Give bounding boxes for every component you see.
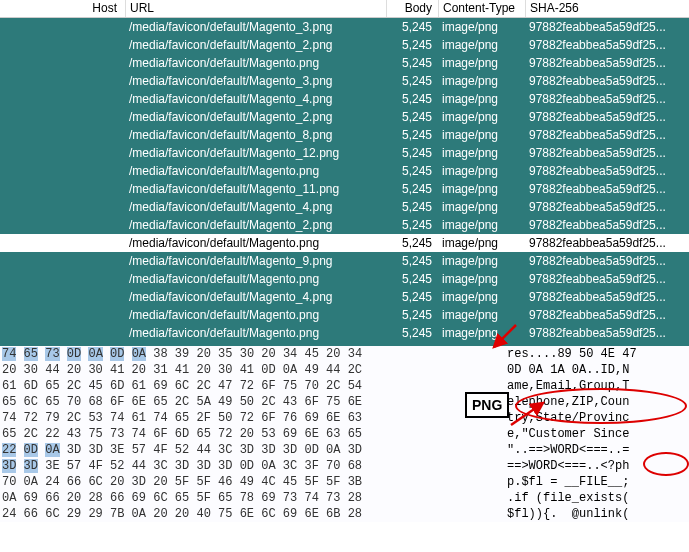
hex-bytes: 0A 69 66 20 28 66 69 6C 65 5F 65 78 69 7…: [0, 490, 503, 506]
cell-url: /media/favicon/default/Magento_8.png: [125, 127, 386, 143]
svg-line-0: [494, 325, 516, 347]
cell-body: 5,245: [386, 307, 438, 323]
cell-sha: 97882feabbea5a59df25...: [525, 199, 689, 215]
cell-url: /media/favicon/default/Magento.png: [125, 55, 386, 71]
cell-sha: 97882feabbea5a59df25...: [525, 181, 689, 197]
cell-body: 5,245: [386, 289, 438, 305]
annotation-oval-2: [643, 452, 689, 476]
cell-body: 5,245: [386, 145, 438, 161]
hex-line: 20 30 44 20 30 41 20 31 41 20 30 41 0D 0…: [0, 362, 689, 378]
hex-line: 24 66 6C 29 29 7B 0A 20 20 40 75 6E 6C 6…: [0, 506, 689, 522]
cell-contenttype: image/png: [438, 127, 525, 143]
cell-sha: 97882feabbea5a59df25...: [525, 55, 689, 71]
cell-host: [0, 152, 125, 154]
hex-line: 3D 3D 3E 57 4F 52 44 3C 3D 3D 3D 0D 0A 3…: [0, 458, 689, 474]
table-header-row: Host URL Body Content-Type SHA-256: [0, 0, 689, 18]
cell-sha: 97882feabbea5a59df25...: [525, 127, 689, 143]
annotation-arrow-2: [509, 399, 549, 429]
cell-url: /media/favicon/default/Magento_3.png: [125, 73, 386, 89]
table-row[interactable]: /media/favicon/default/Magento_3.png5,24…: [0, 72, 689, 90]
table-row[interactable]: /media/favicon/default/Magento_9.png5,24…: [0, 252, 689, 270]
cell-body: 5,245: [386, 91, 438, 107]
hex-bytes: 65 6C 65 70 68 6F 6E 65 2C 5A 49 50 2C 4…: [0, 394, 503, 410]
cell-host: [0, 134, 125, 136]
table-row[interactable]: /media/favicon/default/Magento_2.png5,24…: [0, 108, 689, 126]
hex-viewer[interactable]: 74 65 73 0D 0A 0D 0A 38 39 20 35 30 20 3…: [0, 346, 689, 522]
cell-host: [0, 206, 125, 208]
hex-ascii: $fl)){. @unlink(: [503, 506, 629, 522]
hex-ascii: .if (file_exists(: [503, 490, 629, 506]
cell-contenttype: image/png: [438, 253, 525, 269]
cell-contenttype: image/png: [438, 37, 525, 53]
cell-sha: 97882feabbea5a59df25...: [525, 307, 689, 323]
hex-bytes: 22 0D 0A 3D 3D 3E 57 4F 52 44 3C 3D 3D 3…: [0, 442, 503, 458]
table-row[interactable]: /media/favicon/default/Magento_8.png5,24…: [0, 126, 689, 144]
header-contenttype[interactable]: Content-Type: [438, 0, 525, 17]
table-row[interactable]: /media/favicon/default/Magento.png5,245i…: [0, 324, 689, 342]
cell-body: 5,245: [386, 55, 438, 71]
table-row[interactable]: /media/favicon/default/Magento_2.png5,24…: [0, 216, 689, 234]
hex-bytes: 61 6D 65 2C 45 6D 61 69 6C 2C 47 72 6F 7…: [0, 378, 503, 394]
cell-sha: 97882feabbea5a59df25...: [525, 163, 689, 179]
table-row[interactable]: /media/favicon/default/Magento_11.png5,2…: [0, 180, 689, 198]
hex-bytes: 3D 3D 3E 57 4F 52 44 3C 3D 3D 3D 0D 0A 3…: [0, 458, 503, 474]
hex-line: 70 0A 24 66 6C 20 3D 20 5F 5F 46 49 4C 4…: [0, 474, 689, 490]
hex-bytes: 65 2C 22 43 75 73 74 6F 6D 65 72 20 53 6…: [0, 426, 503, 442]
cell-contenttype: image/png: [438, 289, 525, 305]
cell-url: /media/favicon/default/Magento_11.png: [125, 181, 386, 197]
cell-host: [0, 98, 125, 100]
cell-contenttype: image/png: [438, 19, 525, 35]
header-body[interactable]: Body: [386, 0, 438, 17]
cell-sha: 97882feabbea5a59df25...: [525, 109, 689, 125]
table-row[interactable]: /media/favicon/default/Magento_12.png5,2…: [0, 144, 689, 162]
cell-url: /media/favicon/default/Magento_2.png: [125, 37, 386, 53]
table-row[interactable]: /media/favicon/default/Magento.png5,245i…: [0, 162, 689, 180]
table-row[interactable]: /media/favicon/default/Magento.png5,245i…: [0, 54, 689, 72]
cell-contenttype: image/png: [438, 307, 525, 323]
cell-contenttype: image/png: [438, 271, 525, 287]
header-sha[interactable]: SHA-256: [525, 0, 689, 17]
cell-host: [0, 44, 125, 46]
cell-url: /media/favicon/default/Magento_4.png: [125, 91, 386, 107]
table-row[interactable]: /media/favicon/default/Magento_3.png5,24…: [0, 18, 689, 36]
cell-url: /media/favicon/default/Magento.png: [125, 307, 386, 323]
table-row[interactable]: /media/favicon/default/Magento_2.png5,24…: [0, 36, 689, 54]
cell-host: [0, 26, 125, 28]
requests-table: Host URL Body Content-Type SHA-256 /medi…: [0, 0, 689, 360]
cell-body: 5,245: [386, 253, 438, 269]
cell-sha: 97882feabbea5a59df25...: [525, 145, 689, 161]
cell-url: /media/favicon/default/Magento.png: [125, 163, 386, 179]
cell-contenttype: image/png: [438, 235, 525, 251]
cell-sha: 97882feabbea5a59df25...: [525, 235, 689, 251]
cell-host: [0, 314, 125, 316]
cell-body: 5,245: [386, 217, 438, 233]
hex-line: 22 0D 0A 3D 3D 3E 57 4F 52 44 3C 3D 3D 3…: [0, 442, 689, 458]
cell-sha: 97882feabbea5a59df25...: [525, 271, 689, 287]
cell-contenttype: image/png: [438, 55, 525, 71]
cell-url: /media/favicon/default/Magento_2.png: [125, 217, 386, 233]
header-host[interactable]: Host: [0, 0, 125, 17]
table-row[interactable]: /media/favicon/default/Magento.png5,245i…: [0, 306, 689, 324]
cell-contenttype: image/png: [438, 109, 525, 125]
cell-body: 5,245: [386, 163, 438, 179]
cell-url: /media/favicon/default/Magento_9.png: [125, 253, 386, 269]
hex-bytes: 70 0A 24 66 6C 20 3D 20 5F 5F 46 49 4C 4…: [0, 474, 503, 490]
cell-host: [0, 278, 125, 280]
cell-url: /media/favicon/default/Magento.png: [125, 325, 386, 341]
hex-bytes: 74 72 79 2C 53 74 61 74 65 2F 50 72 6F 7…: [0, 410, 503, 426]
hex-line: 0A 69 66 20 28 66 69 6C 65 5F 65 78 69 7…: [0, 490, 689, 506]
header-url[interactable]: URL: [125, 0, 386, 17]
table-row[interactable]: /media/favicon/default/Magento_4.png5,24…: [0, 90, 689, 108]
cell-url: /media/favicon/default/Magento_12.png: [125, 145, 386, 161]
cell-url: /media/favicon/default/Magento.png: [125, 235, 386, 251]
cell-body: 5,245: [386, 109, 438, 125]
table-row[interactable]: /media/favicon/default/Magento.png5,245i…: [0, 270, 689, 288]
table-row[interactable]: /media/favicon/default/Magento_4.png5,24…: [0, 198, 689, 216]
cell-sha: 97882feabbea5a59df25...: [525, 253, 689, 269]
hex-ascii: 0D 0A 1A 0A..ID,N: [503, 362, 629, 378]
table-row[interactable]: /media/favicon/default/Magento.png5,245i…: [0, 234, 689, 252]
cell-sha: 97882feabbea5a59df25...: [525, 289, 689, 305]
cell-contenttype: image/png: [438, 217, 525, 233]
table-row[interactable]: /media/favicon/default/Magento_4.png5,24…: [0, 288, 689, 306]
cell-host: [0, 80, 125, 82]
